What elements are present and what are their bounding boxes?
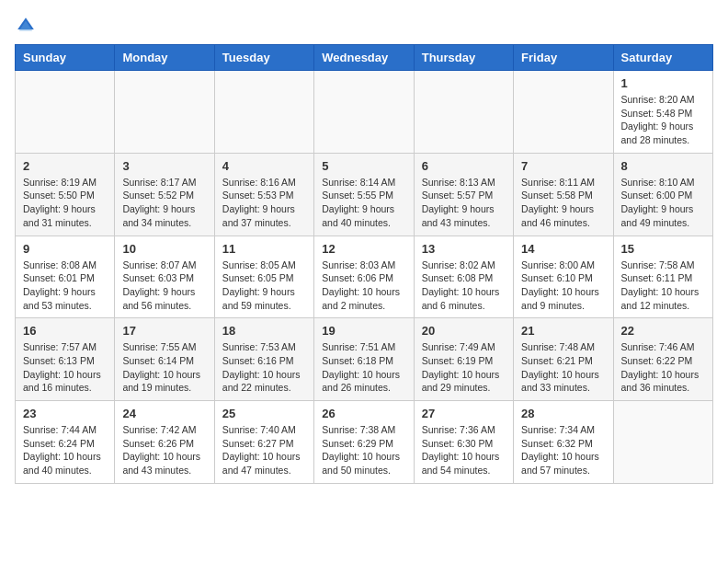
day-info: Sunrise: 8:00 AMSunset: 6:10 PMDaylight:…	[521, 259, 605, 313]
day-number: 5	[322, 159, 405, 173]
day-info: Sunrise: 8:16 AMSunset: 5:53 PMDaylight:…	[222, 176, 306, 230]
day-info: Sunrise: 7:42 AMSunset: 6:26 PMDaylight:…	[122, 423, 206, 477]
calendar-day-cell: 11Sunrise: 8:05 AMSunset: 6:05 PMDayligh…	[214, 236, 313, 318]
day-number: 26	[322, 407, 405, 420]
day-of-week-header: Wednesday	[314, 45, 414, 71]
calendar-day-cell	[16, 71, 115, 154]
logo-icon	[15, 15, 37, 37]
day-number: 13	[422, 242, 506, 256]
day-number: 20	[422, 324, 506, 338]
day-number: 17	[122, 324, 206, 338]
day-info: Sunrise: 7:44 AMSunset: 6:24 PMDaylight:…	[23, 423, 107, 477]
day-number: 22	[621, 324, 705, 338]
day-number: 24	[122, 407, 206, 420]
day-info: Sunrise: 8:10 AMSunset: 6:00 PMDaylight:…	[621, 176, 705, 230]
day-info: Sunrise: 8:14 AMSunset: 5:55 PMDaylight:…	[322, 176, 405, 230]
day-number: 14	[521, 242, 605, 256]
day-number: 11	[222, 242, 306, 256]
calendar-day-cell: 25Sunrise: 7:40 AMSunset: 6:27 PMDayligh…	[214, 401, 313, 484]
calendar-day-cell: 2Sunrise: 8:19 AMSunset: 5:50 PMDaylight…	[16, 153, 115, 236]
calendar-day-cell	[314, 71, 414, 154]
day-number: 23	[23, 407, 107, 420]
day-number: 25	[222, 407, 306, 420]
day-info: Sunrise: 7:40 AMSunset: 6:27 PMDaylight:…	[222, 423, 306, 477]
day-number: 7	[521, 159, 605, 173]
day-info: Sunrise: 7:51 AMSunset: 6:18 PMDaylight:…	[322, 340, 405, 395]
calendar-day-cell: 8Sunrise: 8:10 AMSunset: 6:00 PMDaylight…	[613, 153, 712, 236]
calendar-week-row: 2Sunrise: 8:19 AMSunset: 5:50 PMDaylight…	[16, 153, 713, 236]
calendar-day-cell	[514, 71, 613, 154]
day-number: 6	[422, 159, 506, 173]
day-number: 4	[222, 159, 306, 173]
day-number: 19	[322, 324, 405, 338]
calendar-day-cell: 27Sunrise: 7:36 AMSunset: 6:30 PMDayligh…	[414, 401, 513, 484]
day-number: 9	[23, 242, 107, 256]
day-info: Sunrise: 8:03 AMSunset: 6:06 PMDaylight:…	[322, 259, 405, 313]
day-number: 27	[422, 407, 506, 420]
calendar-day-cell: 10Sunrise: 8:07 AMSunset: 6:03 PMDayligh…	[115, 236, 214, 318]
day-info: Sunrise: 8:11 AMSunset: 5:58 PMDaylight:…	[521, 176, 605, 230]
calendar-week-row: 16Sunrise: 7:57 AMSunset: 6:13 PMDayligh…	[16, 318, 713, 401]
day-number: 28	[521, 407, 605, 420]
calendar-day-cell	[414, 71, 513, 154]
day-info: Sunrise: 7:53 AMSunset: 6:16 PMDaylight:…	[222, 340, 306, 395]
day-number: 3	[122, 159, 206, 173]
calendar-day-cell: 9Sunrise: 8:08 AMSunset: 6:01 PMDaylight…	[16, 236, 115, 318]
calendar-day-cell: 20Sunrise: 7:49 AMSunset: 6:19 PMDayligh…	[414, 318, 513, 401]
calendar-day-cell	[115, 71, 214, 154]
calendar-day-cell: 14Sunrise: 8:00 AMSunset: 6:10 PMDayligh…	[514, 236, 613, 318]
day-info: Sunrise: 7:55 AMSunset: 6:14 PMDaylight:…	[122, 340, 206, 395]
day-info: Sunrise: 8:08 AMSunset: 6:01 PMDaylight:…	[23, 259, 107, 313]
day-info: Sunrise: 7:49 AMSunset: 6:19 PMDaylight:…	[422, 340, 506, 395]
calendar-day-cell: 6Sunrise: 8:13 AMSunset: 5:57 PMDaylight…	[414, 153, 513, 236]
calendar-day-cell: 4Sunrise: 8:16 AMSunset: 5:53 PMDaylight…	[214, 153, 313, 236]
calendar-day-cell: 3Sunrise: 8:17 AMSunset: 5:52 PMDaylight…	[115, 153, 214, 236]
calendar-day-cell: 18Sunrise: 7:53 AMSunset: 6:16 PMDayligh…	[214, 318, 313, 401]
page-header	[15, 15, 713, 37]
calendar-day-cell: 5Sunrise: 8:14 AMSunset: 5:55 PMDaylight…	[314, 153, 414, 236]
day-info: Sunrise: 7:34 AMSunset: 6:32 PMDaylight:…	[521, 423, 605, 477]
calendar-day-cell: 7Sunrise: 8:11 AMSunset: 5:58 PMDaylight…	[514, 153, 613, 236]
calendar-day-cell	[613, 401, 712, 484]
day-number: 8	[621, 159, 705, 173]
day-info: Sunrise: 7:48 AMSunset: 6:21 PMDaylight:…	[521, 340, 605, 395]
logo	[15, 15, 40, 37]
day-of-week-header: Sunday	[16, 45, 115, 71]
calendar-day-cell: 12Sunrise: 8:03 AMSunset: 6:06 PMDayligh…	[314, 236, 414, 318]
calendar-day-cell: 24Sunrise: 7:42 AMSunset: 6:26 PMDayligh…	[115, 401, 214, 484]
day-info: Sunrise: 8:19 AMSunset: 5:50 PMDaylight:…	[23, 176, 107, 230]
day-number: 21	[521, 324, 605, 338]
calendar-header-row: SundayMondayTuesdayWednesdayThursdayFrid…	[16, 45, 713, 71]
day-number: 15	[621, 242, 705, 256]
day-info: Sunrise: 8:20 AMSunset: 5:48 PMDaylight:…	[621, 93, 705, 147]
calendar-day-cell: 28Sunrise: 7:34 AMSunset: 6:32 PMDayligh…	[514, 401, 613, 484]
day-info: Sunrise: 7:58 AMSunset: 6:11 PMDaylight:…	[621, 259, 705, 313]
calendar-day-cell: 22Sunrise: 7:46 AMSunset: 6:22 PMDayligh…	[613, 318, 712, 401]
calendar-day-cell: 23Sunrise: 7:44 AMSunset: 6:24 PMDayligh…	[16, 401, 115, 484]
calendar-day-cell: 15Sunrise: 7:58 AMSunset: 6:11 PMDayligh…	[613, 236, 712, 318]
day-number: 18	[222, 324, 306, 338]
calendar-day-cell: 21Sunrise: 7:48 AMSunset: 6:21 PMDayligh…	[514, 318, 613, 401]
day-info: Sunrise: 8:02 AMSunset: 6:08 PMDaylight:…	[422, 259, 506, 313]
calendar-table: SundayMondayTuesdayWednesdayThursdayFrid…	[15, 44, 713, 484]
calendar-day-cell: 13Sunrise: 8:02 AMSunset: 6:08 PMDayligh…	[414, 236, 513, 318]
calendar-day-cell: 17Sunrise: 7:55 AMSunset: 6:14 PMDayligh…	[115, 318, 214, 401]
calendar-day-cell	[214, 71, 313, 154]
day-of-week-header: Tuesday	[214, 45, 313, 71]
day-number: 16	[23, 324, 107, 338]
day-info: Sunrise: 8:13 AMSunset: 5:57 PMDaylight:…	[422, 176, 506, 230]
day-of-week-header: Saturday	[613, 45, 712, 71]
day-info: Sunrise: 7:46 AMSunset: 6:22 PMDaylight:…	[621, 340, 705, 395]
calendar-day-cell: 16Sunrise: 7:57 AMSunset: 6:13 PMDayligh…	[16, 318, 115, 401]
calendar-day-cell: 19Sunrise: 7:51 AMSunset: 6:18 PMDayligh…	[314, 318, 414, 401]
calendar-day-cell: 1Sunrise: 8:20 AMSunset: 5:48 PMDaylight…	[613, 71, 712, 154]
day-of-week-header: Friday	[514, 45, 613, 71]
day-number: 12	[322, 242, 405, 256]
day-info: Sunrise: 8:05 AMSunset: 6:05 PMDaylight:…	[222, 259, 306, 313]
day-number: 1	[621, 76, 705, 90]
calendar-week-row: 23Sunrise: 7:44 AMSunset: 6:24 PMDayligh…	[16, 401, 713, 484]
day-number: 2	[23, 159, 107, 173]
day-info: Sunrise: 8:17 AMSunset: 5:52 PMDaylight:…	[122, 176, 206, 230]
day-info: Sunrise: 8:07 AMSunset: 6:03 PMDaylight:…	[122, 259, 206, 313]
calendar-week-row: 1Sunrise: 8:20 AMSunset: 5:48 PMDaylight…	[16, 71, 713, 154]
